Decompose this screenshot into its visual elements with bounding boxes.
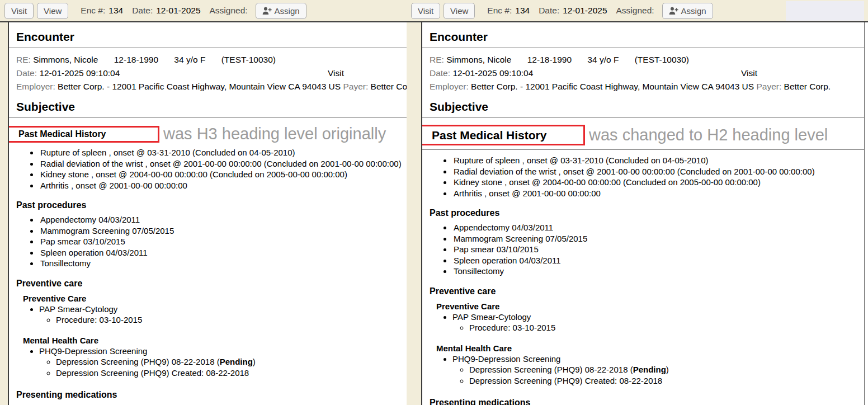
list-item: Kidney stone , onset @ 2004-00-00 00:00:… (452, 177, 864, 188)
past-procedures-heading: Past procedures (430, 208, 864, 218)
assign-button[interactable]: Assign (662, 3, 713, 19)
patient-name: Simmons, Nicole (446, 55, 511, 64)
pmh-list: Rupture of spleen , onset @ 03-31-2010 (… (430, 155, 864, 199)
encounter-toolbar: Visit View Enc #: 134 Date: 12-01-2025 A… (0, 0, 407, 21)
list-item: Arthritis , onset @ 2001-00-00 00:00:00 (39, 180, 407, 191)
divider (422, 48, 864, 48)
patient-dob: 12-18-1990 (114, 55, 158, 64)
encounter-title: Encounter (430, 30, 864, 44)
mental-health-care-group: Mental Health Care PHQ9-Depression Scree… (23, 336, 407, 379)
list-item: PAP Smear-Cytology Procedure: 03-10-2015 (452, 312, 864, 333)
presenting-medications-heading: Presenting medications (430, 398, 864, 405)
enc-number: Enc #: 134 (487, 6, 530, 16)
list-item: Tonsillectomy (39, 258, 407, 269)
assigned-label: Assigned: (616, 6, 658, 16)
encounter-datetime: 12-01-2025 09:10:04 (39, 68, 120, 78)
care-group-title: Preventive Care (23, 294, 407, 303)
annotation-red-box: Past Medical History (422, 125, 585, 145)
patient-age-sex: 34 y/o F (174, 55, 205, 64)
divider (422, 149, 864, 150)
list-item: Depression Screening (PHQ9) Created: 08-… (56, 368, 407, 379)
assign-button[interactable]: Assign (256, 3, 306, 19)
divider (9, 117, 407, 118)
pmh-annotation-row: Past Medical History was changed to H2 h… (422, 125, 864, 145)
past-procedures-list: Appendectomy 04/03/2011 Mammogram Screen… (16, 214, 407, 269)
list-item: Kidney stone , onset @ 2004-00-00 00:00:… (39, 169, 407, 180)
list-item: Depression Screening (PHQ9) Created: 08-… (469, 375, 864, 387)
patient-test-id: (TEST-10030) (635, 55, 689, 64)
encounter-toolbar: Visit View Enc #: 134 Date: 12-01-2025 A… (407, 0, 868, 21)
cutoff-panel (786, 1, 864, 21)
list-item: Procedure: 03-10-2015 (56, 314, 407, 326)
enc-date: Date: 12-01-2025 (132, 6, 200, 16)
list-item: Mammogram Screening 07/05/2015 (39, 225, 407, 237)
list-item: Rupture of spleen , onset @ 03-31-2010 (… (39, 147, 407, 158)
date-line: Date: 12-01-2025 09:10:04 Visit (16, 67, 407, 80)
page-gutter (407, 22, 422, 405)
list-item: Procedure: 03-10-2015 (469, 322, 864, 333)
list-item: Pap smear 03/10/2015 (39, 236, 407, 247)
subjective-title: Subjective (430, 100, 864, 114)
encounter-document: Encounter RE: Simmons, Nicole 12-18-1990… (9, 22, 407, 405)
past-procedures-heading: Past procedures (16, 200, 407, 210)
patient-dob: 12-18-1990 (527, 55, 572, 64)
date-line: Date: 12-01-2025 09:10:04 Visit (430, 67, 864, 80)
patient-age-sex: 34 y/o F (587, 55, 619, 64)
pmh-heading-h3: Past Medical History (18, 129, 106, 139)
employer-line: Employer: Better Corp. - 12001 Pacific C… (16, 80, 407, 93)
person-plus-icon (669, 7, 678, 15)
list-item: Tonsillectomy (452, 266, 864, 277)
visit-button[interactable]: Visit (411, 3, 440, 19)
preventive-care-heading: Preventive care (16, 279, 407, 289)
visit-button[interactable]: Visit (4, 3, 34, 19)
care-group-title: Mental Health Care (23, 336, 407, 345)
encounter-document: Encounter RE: Simmons, Nicole 12-18-1990… (422, 22, 865, 405)
list-item: Spleen operation 04/03/2011 (452, 255, 864, 266)
employer-value: Better Corp. - 12001 Pacific Coast Highw… (58, 82, 341, 91)
list-item: Mammogram Screening 07/05/2015 (452, 233, 864, 244)
patient-line: RE: Simmons, Nicole 12-18-1990 34 y/o F … (16, 53, 407, 67)
list-item: Appendectomy 04/03/2011 (452, 222, 864, 233)
annotation-note: was H3 heading level originally (163, 125, 386, 143)
view-button[interactable]: View (444, 3, 475, 19)
subjective-title: Subjective (16, 100, 407, 114)
divider (422, 117, 864, 118)
list-item: Spleen operation 04/03/2011 (39, 247, 407, 258)
list-item: PHQ9-Depression Screening Depression Scr… (452, 354, 864, 387)
employer-value: Better Corp. - 12001 Pacific Coast Highw… (471, 82, 754, 91)
visit-category: Visit (328, 67, 344, 80)
visit-category: Visit (741, 67, 757, 80)
encounter-datetime: 12-01-2025 09:10:04 (452, 68, 533, 78)
mental-health-care-group: Mental Health Care PHQ9-Depression Scree… (436, 343, 864, 387)
list-item: PAP Smear-Cytology Procedure: 03-10-2015 (39, 304, 407, 326)
patient-line: RE: Simmons, Nicole 12-18-1990 34 y/o F … (430, 53, 864, 67)
list-item: Depression Screening (PHQ9) 08-22-2018 (… (469, 364, 864, 375)
care-group-title: Preventive Care (436, 302, 864, 311)
care-group-title: Mental Health Care (436, 343, 864, 353)
list-item: Radial deviation of the wrist , onset @ … (452, 166, 864, 177)
list-item: Radial deviation of the wrist , onset @ … (39, 158, 407, 169)
preventive-care-group: Preventive Care PAP Smear-Cytology Proce… (436, 302, 864, 333)
page-gutter (0, 22, 9, 405)
employer-line: Employer: Better Corp. - 12001 Pacific C… (430, 80, 864, 93)
pmh-annotation-row: Past Medical History was H3 heading leve… (9, 125, 407, 143)
encounter-title: Encounter (16, 30, 407, 44)
enc-date: Date: 12-01-2025 (539, 6, 607, 16)
preventive-care-heading: Preventive care (430, 286, 864, 296)
preventive-care-group: Preventive Care PAP Smear-Cytology Proce… (23, 294, 407, 326)
annotation-red-box: Past Medical History (9, 126, 159, 143)
pmh-heading-h2: Past Medical History (432, 129, 546, 142)
screenshot-pane-before: Visit View Enc #: 134 Date: 12-01-2025 A… (0, 0, 407, 405)
list-item: Depression Screening (PHQ9) 08-22-2018 (… (56, 356, 407, 368)
list-item: Appendectomy 04/03/2011 (39, 214, 407, 225)
pmh-list: Rupture of spleen , onset @ 03-31-2010 (… (16, 147, 407, 191)
view-button[interactable]: View (37, 3, 68, 19)
screenshot-pane-after: Visit View Enc #: 134 Date: 12-01-2025 A… (407, 0, 868, 405)
list-item: Pap smear 03/10/2015 (452, 244, 864, 255)
person-plus-icon (262, 7, 272, 15)
enc-number: Enc #: 134 (81, 6, 123, 16)
presenting-medications-heading: Presenting medications (16, 390, 407, 400)
payer-value: Better Corp. (784, 82, 831, 91)
annotation-note: was changed to H2 heading level (589, 126, 828, 144)
list-item: PHQ9-Depression Screening Depression Scr… (39, 346, 407, 379)
